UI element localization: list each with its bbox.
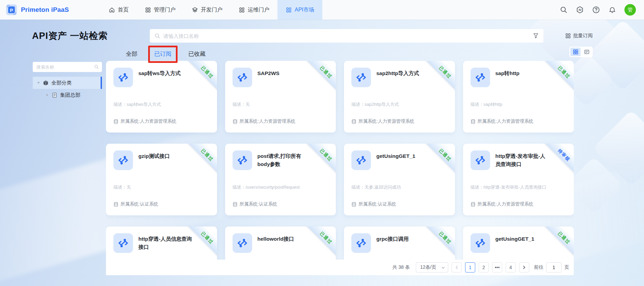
api-card-4[interactable]: gzip测试接口已通过描述：无所属系统:认证系统 [106,144,217,215]
database-icon [351,202,356,207]
nav-item-4[interactable]: API市场 [277,0,322,20]
card-head: sap转ws导入方式 [113,68,210,87]
page-button-1[interactable]: 1 [465,262,475,272]
api-search-input[interactable] [150,29,543,43]
api-card-3[interactable]: sap转http已通过描述：sap转http所属系统:人力资源管理系统 [463,61,574,133]
card-head: helloworld接口 [233,233,329,253]
card-head: post请求,打印所有body参数 [233,150,329,170]
api-description: 描述：无参,返回访问成功 [351,184,401,190]
api-search [150,29,543,43]
red-annotation-box [148,46,178,63]
ai-assistant-icon[interactable]: AI [576,6,584,14]
user-avatar[interactable]: 管 [624,4,636,16]
database-icon [233,119,238,124]
api-icon [233,150,252,170]
page-buttons: 12•••4 [465,262,516,272]
api-card-8[interactable]: http穿透-人员信息查询接口已通过 [106,227,217,260]
filter-icon[interactable] [533,32,539,39]
api-system: 所属系统:认证系统 [351,201,396,207]
tree-node-1[interactable]: 集团总部 [33,89,102,101]
api-card-10[interactable]: grpc接口调用已通过 [344,227,455,260]
card-head: sap2http导入方式 [351,68,448,87]
caret-down-icon[interactable] [37,81,40,85]
api-icon [471,150,490,170]
tab-0[interactable]: 全部 [125,49,138,60]
card-head: getUsingGET_1 [351,150,448,170]
api-card-2[interactable]: sap2http导入方式已通过描述：sap2http导入方式所属系统:人力资源管… [344,61,455,133]
tab-label: 已收藏 [188,51,206,57]
notifications-icon[interactable] [608,6,616,14]
api-icon [351,150,371,170]
api-card-6[interactable]: getUsingGET_1已通过描述：无参,返回访问成功所属系统:认证系统 [344,144,455,215]
page-button-4[interactable]: 4 [506,262,516,272]
api-name: gzip测试接口 [138,152,187,170]
main-nav: 首页管理门户开发门户运维门户API市场 [101,0,322,20]
api-name: getUsingGET_1 [495,235,552,253]
category-tree: 全部分类集团总部 [33,77,102,101]
nav-item-0[interactable]: 首页 [101,0,137,20]
filter-tabs: 全部已订阅已收藏 [125,49,206,60]
api-name: SAP2WS [258,69,297,87]
api-name: http穿透-发布审批-人员查询接口 [495,152,567,170]
next-page-button[interactable] [519,262,529,272]
api-description: 描述：http穿透-发布审批-人员查询接口 [471,184,546,190]
card-head: getUsingGET_1 [471,233,567,253]
svg-text:P: P [10,8,13,13]
page-size-select[interactable]: 12条/页 [416,262,448,272]
api-card-7[interactable]: http穿透-发布审批-人员查询接口待审核描述：http穿透-发布审批-人员查询… [463,144,574,215]
page-ellipsis-button[interactable]: ••• [492,262,502,272]
api-icon [113,233,133,253]
apps-icon [286,7,292,13]
api-system: 所属系统:人力资源管理系统 [471,201,534,207]
svg-text:AI: AI [579,8,582,11]
apps-icon [239,7,245,13]
tree-node-0[interactable]: 全部分类 [33,77,102,89]
api-card-11[interactable]: getUsingGET_1已通过 [463,227,574,260]
prev-page-button[interactable] [452,262,462,272]
content-area: API资产 一站检索 批量订阅 全部已订阅已收藏 [0,20,644,286]
pagination-bar: 共 38 条 12条/页 12•••4 前往 页 [106,260,574,275]
view-toggle [569,47,593,57]
api-card-0[interactable]: sap转ws导入方式已通过描述：sap转ws导入方式所属系统:人力资源管理系统 [106,61,217,133]
api-card-5[interactable]: post请求,打印所有body参数已通过描述：/users/security/p… [225,144,336,215]
list-view-button[interactable] [582,48,592,56]
grid-view-button[interactable] [570,48,581,56]
api-icon [113,150,133,170]
help-icon[interactable] [592,6,600,14]
list-view-icon [584,49,590,55]
doc-icon [52,92,57,98]
topbar-actions: AI管 [560,4,636,16]
api-card-1[interactable]: SAP2WS已通过描述：无所属系统:人力资源管理系统 [225,61,336,133]
page-button-2[interactable]: 2 [479,262,489,272]
chevron-right-icon [522,265,526,269]
chevron-left-icon [455,265,459,269]
api-card-grid: sap转ws导入方式已通过描述：sap转ws导入方式所属系统:人力资源管理系统S… [106,61,574,260]
goto-page-input[interactable] [546,262,562,272]
brand[interactable]: P Primeton iPaaS [5,4,96,16]
tab-2[interactable]: 已收藏 [188,49,206,60]
api-system: 所属系统:人力资源管理系统 [471,118,534,124]
category-sidebar: 全部分类集团总部 [33,62,102,101]
api-system: 所属系统:人力资源管理系统 [233,118,296,124]
api-icon [471,233,490,253]
caret-right-icon[interactable] [46,93,49,97]
nav-item-label: 开发门户 [201,6,222,14]
api-name: grpc接口调用 [376,235,426,253]
search-icon[interactable] [560,6,568,14]
api-icon [351,233,371,253]
apps-icon [145,7,151,13]
batch-subscribe-button[interactable]: 批量订阅 [565,32,593,39]
api-card-9[interactable]: helloworld接口已通过 [225,227,336,260]
nav-item-1[interactable]: 管理门户 [137,0,184,20]
tab-1[interactable]: 已订阅 [154,49,172,60]
page-title: API资产 一站检索 [32,30,108,42]
nav-item-2[interactable]: 开发门户 [184,0,231,20]
category-search-input[interactable] [33,62,102,72]
batch-subscribe-icon [565,33,571,39]
goto-suffix: 页 [564,264,569,270]
api-name: sap转http [495,69,537,87]
nav-item-3[interactable]: 运维门户 [231,0,277,20]
nav-item-label: 管理门户 [154,6,176,14]
database-icon [471,202,476,207]
api-icon [471,68,490,87]
